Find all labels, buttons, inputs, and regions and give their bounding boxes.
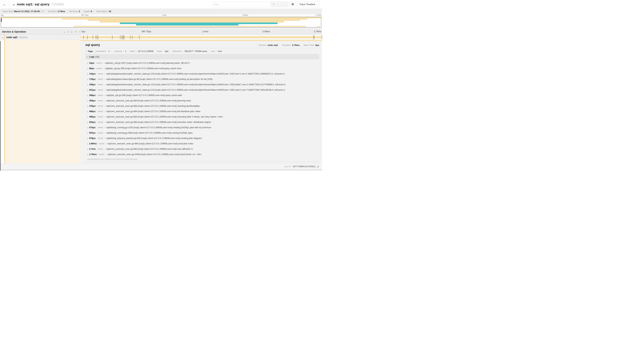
ruler-tick-label: 2.79ms	[314, 30, 321, 33]
expand-all-icon[interactable]	[75, 31, 77, 32]
tag-key: node	[157, 50, 162, 53]
find-input[interactable]	[212, 2, 270, 7]
minimap-span	[100, 21, 284, 23]
clear-find-icon[interactable]: ×	[284, 3, 286, 6]
chevron-right-icon	[87, 67, 88, 70]
service-color-accent	[4, 35, 5, 40]
equals-sign: =	[104, 100, 105, 102]
gridline	[262, 35, 262, 40]
chevron-right-icon	[87, 78, 88, 80]
log-row[interactable]: 476μs:event=‹sql/conn_executor_exec.go:6…	[85, 103, 319, 109]
meta-label: Start Time:	[304, 44, 314, 47]
trace-minimap[interactable]	[1, 17, 321, 28]
log-row[interactable]: 597μs:event=‹sql/distsql_running.go:498 …	[85, 130, 319, 136]
column-resize-handle[interactable]	[79, 30, 80, 33]
chevron-down-icon	[87, 56, 88, 57]
back-arrow-icon: ←	[3, 2, 6, 7]
log-row[interactable]: 176μs:event=‹sql/catalog/descs/descripto…	[85, 76, 319, 82]
equals-sign: =	[104, 148, 105, 150]
page-title: node sql1: sql query	[17, 3, 50, 6]
chevron-right-icon	[87, 105, 88, 107]
log-row[interactable]: 495μs:event=‹sql/conn_executor_exec.go:6…	[85, 114, 319, 119]
log-row[interactable]: 2.69ms:event=‹sql/conn_executor_exec.go:…	[85, 141, 319, 146]
tag-key: user	[211, 50, 215, 53]
chevron-right-icon	[87, 83, 88, 86]
equals-sign: =	[162, 50, 164, 52]
span-timeline-cell[interactable]	[80, 35, 322, 40]
topbar-actions: × ⌘ Trace Timeline	[212, 2, 322, 7]
log-row[interactable]: 574μs:event=‹sql/distsql_running.go:1420…	[85, 125, 319, 130]
log-event-tick	[98, 35, 98, 39]
expand-one-icon[interactable]	[68, 31, 69, 33]
log-field-key: event	[98, 148, 103, 150]
locate-icon[interactable]	[272, 3, 275, 6]
equals-sign: =	[104, 78, 105, 80]
equals-sign: =	[104, 110, 105, 112]
log-row[interactable]: 486μs:event=‹sql/conn_executor_exec.go:6…	[85, 109, 319, 114]
log-timestamp: 201μs:	[89, 89, 96, 91]
log-timestamp: 176μs:	[89, 78, 96, 80]
trace-view-selector[interactable]: Trace Timeline	[297, 2, 320, 7]
collapse-one-icon[interactable]	[64, 31, 65, 33]
timeline-grid-header: Service & Operation 0μs697.75μs1.4ms2.09…	[0, 29, 322, 35]
span-row-tree-cell[interactable]: node sql1 sql query	[0, 35, 80, 40]
timeline-ruler: 0μs697.75μs1.4ms2.09ms2.79ms	[80, 29, 322, 35]
tag-key: _verbose	[113, 50, 122, 53]
log-field-key: event	[98, 121, 103, 123]
log-field-value: ‹sql/conn_executor_exec.go:684 [nsql1,cl…	[106, 148, 193, 150]
meta-value: node sql1	[268, 44, 278, 47]
log-field-key: event	[98, 83, 103, 86]
chevron-down-icon[interactable]	[2, 36, 3, 39]
gridline	[262, 29, 262, 35]
log-row[interactable]: 201μs:event=‹sql/catalog/lease/descripto…	[85, 87, 319, 93]
stat-item: Depth6	[84, 10, 92, 13]
stat-value: 6	[91, 10, 92, 13]
collapse-all-icon[interactable]	[71, 31, 72, 33]
logs-accordion-header[interactable]: Logs (18)	[85, 54, 319, 59]
chevron-right-icon	[87, 110, 88, 113]
tag-pair: _unfinished=1	[94, 50, 110, 53]
log-field-value: ‹sql/exec_util.go:2297 [nsql1,client=127…	[105, 62, 190, 64]
back-button[interactable]: ←	[0, 0, 9, 9]
log-field-value: ‹sql/conn_executor_exec.go:684 [nsql1,cl…	[106, 116, 223, 118]
log-row[interactable]: 502μs:event=‹sql/conn_executor_exec.go:6…	[85, 119, 319, 125]
log-row[interactable]: 189μs:event=‹sql/catalog/lease/descripto…	[85, 82, 319, 87]
chevron-down-icon[interactable]	[13, 3, 15, 6]
next-result-icon[interactable]	[281, 3, 282, 6]
deep-link-icon[interactable]	[317, 165, 319, 168]
log-field-value: ‹sql/catalog/lease/descriptor_version_st…	[106, 89, 286, 91]
divider	[209, 50, 209, 53]
log-field-value: ‹sql/plan_opt.go:358 [nsql1,client=127.0…	[105, 67, 182, 70]
stat-value: 2.79ms	[58, 10, 65, 13]
log-row[interactable]: 34μs:event=‹sql/exec_util.go:2297 [nsql1…	[85, 60, 319, 66]
log-event-tick	[93, 35, 93, 39]
log-row[interactable]: 2.79ms:event=‹sql/conn_executor_exec.go:…	[85, 152, 319, 157]
stat-label: Services	[69, 10, 78, 13]
log-row[interactable]: 142μs:event=‹sql/catalog/lease/descripto…	[85, 71, 319, 76]
span-row[interactable]: node sql1 sql query	[0, 35, 322, 40]
log-timestamp: 34μs:	[89, 62, 95, 64]
tag-key: statement	[172, 50, 182, 53]
chevron-right-icon	[87, 132, 88, 134]
log-row[interactable]: 366μs:event=‹sql/plan_opt.go:358 [nsql1,…	[85, 93, 319, 98]
service-operation-header: Service & Operation	[0, 29, 80, 35]
chevron-right-icon	[87, 121, 88, 123]
divider	[155, 50, 155, 53]
minimap-ruler: 0μs697.75μs1.4ms2.09ms2.79ms	[0, 14, 322, 17]
keyboard-shortcuts-button[interactable]: ⌘	[290, 2, 296, 7]
prev-result-icon[interactable]	[277, 3, 278, 6]
chevron-right-icon	[87, 94, 88, 97]
logs-label: Logs	[89, 56, 94, 58]
detail-span-title: sql query	[85, 43, 100, 47]
log-event-tick	[313, 35, 314, 39]
log-row[interactable]: 2.7ms:event=‹sql/conn_executor_exec.go:6…	[85, 146, 319, 152]
ruler-tick-label: 1.4ms	[202, 30, 208, 33]
top-bar: ← node sql1: sql query 7418682 × ⌘ Tr	[0, 0, 322, 9]
log-row[interactable]: 459μs:event=‹sql/conn_executor_exec.go:6…	[85, 98, 319, 103]
command-icon: ⌘	[291, 3, 294, 6]
log-field-key: event	[98, 110, 103, 113]
equals-sign: =	[183, 50, 184, 52]
log-row[interactable]: 80μs:event=‹sql/plan_opt.go:358 [nsql1,c…	[85, 66, 319, 71]
log-row[interactable]: 678μs:event=‹sql/distsql_physical_planne…	[85, 136, 319, 141]
tags-accordion-row[interactable]: Tags: _unfinished=1_verbose=1client=127.…	[85, 48, 319, 54]
